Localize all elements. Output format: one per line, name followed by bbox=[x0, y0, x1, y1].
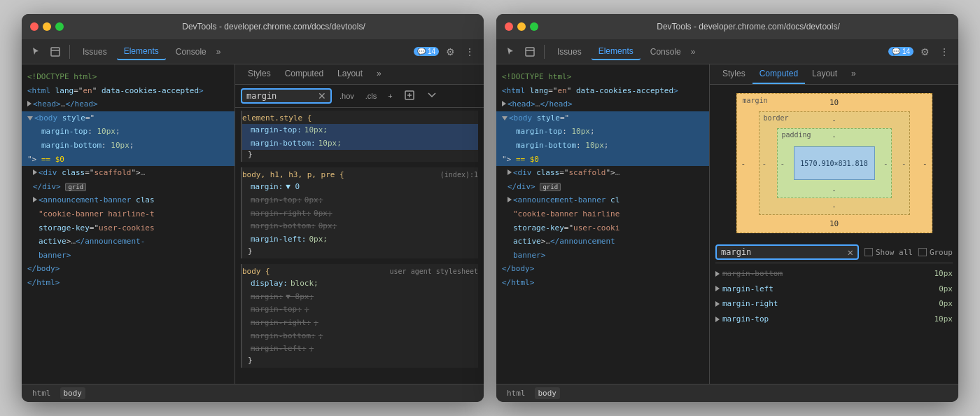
status-body-1[interactable]: body bbox=[60, 387, 86, 399]
cls-btn-1[interactable]: .cls bbox=[362, 90, 381, 102]
expand-margin-right-icon[interactable] bbox=[715, 301, 720, 307]
expand-btn-1[interactable] bbox=[423, 88, 441, 104]
sub-tab-layout-2[interactable]: Layout bbox=[805, 64, 844, 84]
html-div-scaffold[interactable]: <div class="scaffold">… bbox=[22, 166, 234, 180]
css-block-body-rule: body, h1, h3, p, pre { (index):1 margin:… bbox=[241, 167, 478, 258]
inspector-icon-2[interactable] bbox=[522, 43, 538, 60]
html-body-open[interactable]: <body style=" bbox=[22, 111, 234, 125]
html-banner-3: storage-key="user-cookies bbox=[22, 221, 234, 235]
computed-prop-val-margin-bottom: 10px bbox=[934, 268, 953, 280]
html-html-end: </html> bbox=[22, 276, 234, 290]
html-banner-2: "cookie-banner hairline-t bbox=[22, 207, 234, 221]
html-body-end: </body> bbox=[22, 262, 234, 276]
sub-tab-computed-1[interactable]: Computed bbox=[278, 64, 330, 84]
tab-console-1[interactable]: Console bbox=[169, 44, 214, 60]
expand-margin-bottom-icon[interactable] bbox=[715, 271, 720, 277]
tab-elements-1[interactable]: Elements bbox=[117, 43, 166, 60]
padding-top-val: - bbox=[832, 132, 836, 141]
sub-tab-computed-2[interactable]: Computed bbox=[752, 64, 805, 84]
filter-clear-1[interactable]: ✕ bbox=[318, 91, 326, 101]
computed-prop-margin-top[interactable]: margin-top 10px bbox=[715, 312, 953, 327]
maximize-button-2[interactable] bbox=[530, 22, 538, 31]
html-body-open-2[interactable]: <body style=" bbox=[496, 111, 709, 125]
html-banner-2a[interactable]: <announcement-banner cl bbox=[496, 193, 709, 207]
status-html-2[interactable]: html bbox=[503, 387, 529, 399]
computed-prop-name-margin-top: margin-top bbox=[722, 313, 806, 326]
margin-bottom-val: 10 bbox=[830, 219, 839, 228]
plus-btn-1[interactable]: + bbox=[384, 90, 396, 102]
html-body-margin-top: margin-top: 10px; bbox=[22, 125, 234, 139]
computed-prop-margin-left[interactable]: margin-left 0px bbox=[715, 282, 953, 297]
filter-input-1[interactable] bbox=[246, 91, 315, 101]
computed-props-panel: ✕ Show all Group margin-bottom bbox=[710, 242, 958, 326]
html-banner[interactable]: <announcement-banner clas bbox=[22, 193, 234, 207]
computed-prop-val-margin-left: 0px bbox=[939, 283, 953, 296]
more-vert-icon-1[interactable]: ⋮ bbox=[461, 43, 478, 60]
show-all-checkbox[interactable] bbox=[864, 248, 873, 256]
padding-right-val: - bbox=[883, 159, 888, 168]
settings-icon-1[interactable]: ⚙ bbox=[442, 43, 458, 60]
tab-console-2[interactable]: Console bbox=[643, 44, 688, 60]
filter-input-wrap-1[interactable]: ✕ bbox=[241, 88, 332, 104]
margin-top-val: 10 bbox=[830, 98, 839, 107]
close-button-2[interactable] bbox=[505, 22, 513, 31]
html-banner-4: active>…</announcement- bbox=[22, 235, 234, 249]
computed-prop-name-margin-right: margin-right bbox=[722, 298, 806, 310]
css-margin-shorthand: margin: ▼ 0 bbox=[242, 181, 478, 194]
sub-tab-styles-2[interactable]: Styles bbox=[715, 64, 752, 84]
html-head-2[interactable]: <head>…</head> bbox=[496, 97, 709, 111]
tabs-more-2[interactable]: » bbox=[691, 47, 696, 57]
inspector-icon[interactable] bbox=[47, 43, 64, 60]
sub-tab-styles-1[interactable]: Styles bbox=[241, 64, 278, 84]
css-display-block: display: block; bbox=[242, 277, 478, 291]
new-rule-btn-1[interactable] bbox=[400, 88, 419, 104]
notification-badge-1[interactable]: 💬 14 bbox=[414, 47, 439, 56]
html-banner-5: banner> bbox=[22, 249, 234, 263]
html-head[interactable]: <head>…</head> bbox=[22, 97, 234, 111]
cursor-icon[interactable] bbox=[27, 43, 44, 60]
computed-prop-margin-right[interactable]: margin-right 0px bbox=[715, 296, 953, 312]
hov-btn-1[interactable]: .hov bbox=[336, 90, 358, 102]
status-bar-1: html body bbox=[22, 384, 484, 402]
main-toolbar-1: Issues Elements Console » 💬 14 ⚙ ⋮ bbox=[22, 39, 484, 64]
sub-tabs-more-1[interactable]: » bbox=[370, 64, 388, 84]
group-checkbox[interactable] bbox=[918, 248, 927, 256]
css-ua-margin-left: margin-left: ; bbox=[242, 342, 478, 356]
settings-icon-2[interactable]: ⚙ bbox=[916, 43, 933, 60]
separator-1 bbox=[69, 45, 70, 59]
tab-elements-2[interactable]: Elements bbox=[592, 43, 640, 60]
group-label[interactable]: Group bbox=[930, 248, 953, 257]
computed-prop-margin-bottom[interactable]: margin-bottom 10px bbox=[715, 266, 953, 282]
computed-prop-name-margin-bottom: margin-bottom bbox=[722, 268, 806, 280]
border-label: border bbox=[764, 114, 789, 122]
traffic-lights-2 bbox=[505, 22, 538, 31]
maximize-button-1[interactable] bbox=[55, 22, 64, 31]
padding-label: padding bbox=[782, 131, 811, 139]
html-div-scaffold-2[interactable]: <div class="scaffold">… bbox=[496, 166, 709, 180]
computed-filter-wrap[interactable]: ✕ bbox=[715, 244, 859, 260]
tab-issues-1[interactable]: Issues bbox=[76, 44, 114, 60]
computed-filter-clear[interactable]: ✕ bbox=[847, 247, 853, 257]
status-html-1[interactable]: html bbox=[29, 387, 55, 399]
more-vert-icon-2[interactable]: ⋮ bbox=[936, 43, 953, 60]
computed-filter-input[interactable] bbox=[721, 247, 844, 257]
html-panel-2: <!DOCTYPE html> <html lang="en" data-coo… bbox=[496, 64, 710, 384]
close-button-1[interactable] bbox=[30, 22, 38, 31]
sub-tab-layout-1[interactable]: Layout bbox=[330, 64, 370, 84]
css-line-margin-top: margin-top: 10px; bbox=[242, 124, 478, 137]
tab-issues-2[interactable]: Issues bbox=[550, 44, 589, 60]
status-body-2[interactable]: body bbox=[535, 387, 561, 399]
sub-tabs-1: Styles Computed Layout » bbox=[235, 64, 484, 85]
minimize-button-1[interactable] bbox=[43, 22, 51, 31]
expand-margin-left-icon[interactable] bbox=[715, 286, 720, 291]
css-ua-margin-right: margin-right: ; bbox=[242, 317, 478, 330]
show-all-label[interactable]: Show all bbox=[876, 248, 913, 257]
cursor-icon-2[interactable] bbox=[502, 43, 519, 60]
sub-tabs-more-2[interactable]: » bbox=[844, 64, 863, 84]
html-panel-1: <!DOCTYPE html> <html lang="en" data-coo… bbox=[22, 64, 235, 384]
minimize-button-2[interactable] bbox=[517, 22, 526, 31]
html-banner-2e: banner> bbox=[496, 249, 709, 263]
tabs-more-1[interactable]: » bbox=[216, 47, 221, 57]
notification-badge-2[interactable]: 💬 14 bbox=[888, 47, 913, 56]
expand-margin-top-icon[interactable] bbox=[715, 317, 720, 322]
